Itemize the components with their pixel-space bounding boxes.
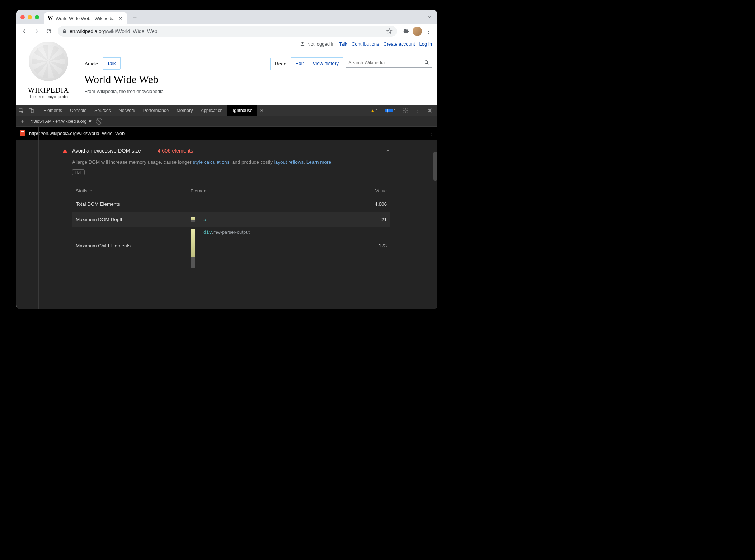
lighthouse-more-icon[interactable]: ⋮ <box>429 131 433 136</box>
extensions-button[interactable] <box>400 26 411 37</box>
svg-rect-5 <box>31 109 33 113</box>
profile-avatar[interactable] <box>413 27 422 36</box>
tab-close-button[interactable] <box>118 15 123 21</box>
user-icon <box>300 41 305 47</box>
browser-menu-button[interactable]: ⋮ <box>423 26 434 37</box>
element-selector[interactable]: a <box>203 217 206 222</box>
devtools-settings-icon[interactable] <box>400 106 411 116</box>
new-tab-button[interactable]: + <box>130 12 140 22</box>
link-log-in[interactable]: Log in <box>419 41 432 47</box>
element-thumbnail <box>191 217 195 222</box>
address-bar[interactable]: en.wikipedia.org/wiki/World_Wide_Web <box>58 26 397 37</box>
link-create-account[interactable]: Create account <box>383 41 415 47</box>
devtools-panel: Elements Console Sources Network Perform… <box>16 105 437 309</box>
tab-view-history[interactable]: View history <box>308 57 343 70</box>
cell-element: div.mw-parser-output <box>191 227 351 268</box>
audit-fail-icon <box>63 149 67 153</box>
cell-statistic: Total DOM Elements <box>76 201 191 207</box>
col-header-element: Element <box>191 188 351 193</box>
window-zoom-button[interactable] <box>35 15 39 19</box>
dropdown-caret-icon: ▼ <box>88 119 92 124</box>
tab-article[interactable]: Article <box>80 58 103 70</box>
devtools-menu-icon[interactable]: ⋮ <box>413 106 423 116</box>
audit-header[interactable]: Avoid an excessive DOM size — 4,606 elem… <box>63 144 390 157</box>
devtools-more-tabs-icon[interactable] <box>257 106 267 116</box>
audit-collapse-icon[interactable] <box>385 148 390 153</box>
table-row: Maximum Child Elements div.mw-parser-out… <box>72 227 390 273</box>
device-toolbar-icon[interactable] <box>26 106 36 116</box>
cell-value: 4,606 <box>351 201 387 207</box>
lighthouse-icon <box>20 130 25 136</box>
devtools-close-icon[interactable] <box>425 106 435 116</box>
bookmark-star-icon[interactable] <box>386 28 393 34</box>
tab-read[interactable]: Read <box>270 58 291 70</box>
article-subtitle: From Wikipedia, the free encyclopedia <box>84 89 432 94</box>
report-session-dropdown[interactable]: 7:38:54 AM - en.wikipedia.org ▼ <box>30 119 92 124</box>
table-row: Total DOM Elements 4,606 <box>72 196 390 212</box>
svg-point-1 <box>301 42 303 44</box>
wikipedia-wordmark: WIKIPEDIA <box>20 86 77 94</box>
inspect-element-icon[interactable] <box>16 106 26 116</box>
devtools-tab-console[interactable]: Console <box>66 105 90 116</box>
link-layout-reflows[interactable]: layout reflows <box>274 159 304 165</box>
tabs-dropdown-icon[interactable] <box>427 14 432 19</box>
cell-value: 21 <box>351 217 387 222</box>
col-header-statistic: Statistic <box>76 188 191 193</box>
wikipedia-logo[interactable] <box>25 42 72 85</box>
search-icon[interactable] <box>424 60 430 65</box>
link-contributions[interactable]: Contributions <box>352 41 379 47</box>
wiki-sidebar: WIKIPEDIA The Free Encyclopedia <box>20 42 77 99</box>
search-input[interactable] <box>348 60 424 65</box>
tab-edit[interactable]: Edit <box>291 57 308 70</box>
fade-overlay <box>16 99 437 105</box>
new-report-button[interactable]: + <box>19 118 26 125</box>
tab-talk[interactable]: Talk <box>103 57 121 69</box>
back-button[interactable] <box>19 26 30 37</box>
devtools-tab-memory[interactable]: Memory <box>173 105 197 116</box>
devtools-tab-sources[interactable]: Sources <box>90 105 115 116</box>
search-box[interactable] <box>346 57 432 68</box>
svg-point-2 <box>425 61 428 64</box>
audit-dash: — <box>144 148 155 154</box>
audit-table: Statistic Element Value Total DOM Elemen… <box>72 185 390 273</box>
devtools-tab-network[interactable]: Network <box>115 105 139 116</box>
namespace-tabs: Article Talk <box>80 57 120 70</box>
scrollbar-thumb[interactable] <box>433 152 437 181</box>
traffic-lights <box>20 15 39 19</box>
browser-tab[interactable]: W World Wide Web - Wikipedia <box>44 12 127 24</box>
article-title: World Wide Web <box>84 73 432 87</box>
table-header: Statistic Element Value <box>72 185 390 196</box>
col-header-value: Value <box>351 188 387 193</box>
cell-value: 173 <box>351 227 387 248</box>
clear-report-icon[interactable] <box>96 118 102 125</box>
devtools-tab-application[interactable]: Application <box>197 105 226 116</box>
tbt-chip: TBT <box>72 169 85 175</box>
link-style-calculations[interactable]: style calculations <box>193 159 229 165</box>
audit-title: Avoid an excessive DOM size <box>72 148 141 154</box>
browser-toolbar: en.wikipedia.org/wiki/World_Wide_Web ⋮ <box>16 24 437 38</box>
window-close-button[interactable] <box>20 15 25 19</box>
lighthouse-audit: Avoid an excessive DOM size — 4,606 elem… <box>16 140 437 273</box>
devtools-tab-lighthouse[interactable]: Lighthouse <box>227 105 257 116</box>
warnings-badge[interactable]: ▲1 <box>369 108 380 113</box>
devtools-tab-performance[interactable]: Performance <box>139 105 173 116</box>
cell-statistic: Maximum DOM Depth <box>76 217 191 222</box>
lighthouse-url: https://en.wikipedia.org/wiki/World_Wide… <box>29 131 125 136</box>
devtools-tab-elements[interactable]: Elements <box>39 105 66 116</box>
forward-button[interactable] <box>31 26 42 37</box>
action-tabs: Read Edit View history <box>270 57 343 70</box>
wikipedia-tagline: The Free Encyclopedia <box>20 94 77 99</box>
element-selector[interactable]: div.mw-parser-output <box>203 229 250 235</box>
lock-icon <box>62 29 67 34</box>
personal-tools: Not logged in Talk Contributions Create … <box>300 41 432 47</box>
issues-badge[interactable]: ❙❙1 <box>383 108 398 113</box>
element-thumbnail <box>191 229 195 268</box>
reload-button[interactable] <box>43 26 54 37</box>
article-area: World Wide Web From Wikipedia, the free … <box>84 73 432 94</box>
audit-metric: 4,606 elements <box>158 148 193 154</box>
audit-description: A large DOM will increase memory usage, … <box>72 159 390 166</box>
window-minimize-button[interactable] <box>28 15 32 19</box>
link-learn-more[interactable]: Learn more <box>306 159 331 165</box>
link-talk[interactable]: Talk <box>339 41 347 47</box>
svg-rect-0 <box>63 31 66 33</box>
